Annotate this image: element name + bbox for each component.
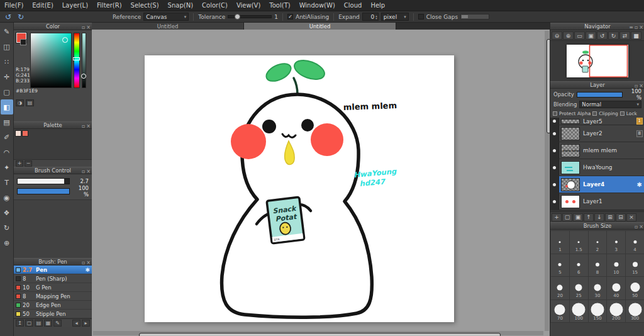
menu-item-color[interactable]: Color(C) [197,0,232,11]
panel-close-button[interactable]: × [86,25,91,30]
layer-row-layer2[interactable]: Layer2 8 [550,125,644,142]
close-gaps-slider-thumb[interactable] [462,15,468,18]
redo-button[interactable]: ↻ [16,12,26,22]
duplicate-layer-button[interactable]: ▢ [562,213,572,221]
delete-color-button[interactable]: − [25,160,32,167]
close-gaps-slider[interactable] [460,14,489,20]
brush-size-option[interactable]: 30 [589,277,607,300]
new-brush-button[interactable]: ▢ [25,320,33,327]
layer-visibility-toggle[interactable] [550,125,559,142]
navigator-preview[interactable] [550,41,644,81]
next-brush-button[interactable]: ▸ [82,320,90,327]
background-color-swatch[interactable] [20,39,26,45]
actual-size-button[interactable]: ▣ [586,31,596,40]
reference-select[interactable]: Canvas ▾ [143,13,189,21]
tool-rotate[interactable]: ↻ [1,220,13,235]
layer-row-layer5[interactable]: Layer5 1 [550,118,644,125]
menu-item-view[interactable]: View(V) [232,0,265,11]
zoom-in-button[interactable]: ⊕ [563,31,574,40]
menu-item-select[interactable]: Select(S) [126,0,164,11]
brush-item-stipple-pen[interactable]: 50 Stipple Pen [14,310,92,318]
brush-size-option[interactable]: 2 [589,231,607,254]
sv-marker[interactable] [62,37,68,43]
tool-fill[interactable]: ◧ [1,99,13,115]
tool-brush[interactable]: ✎ [1,24,13,39]
panel-close-button[interactable]: × [86,123,91,129]
panel-close-button[interactable]: × [86,169,91,174]
undo-button[interactable]: ↺ [3,12,13,22]
brush-item-pen[interactable]: 2.7 Pen ✱ [14,266,92,274]
menu-item-window[interactable]: Window(W) [295,0,340,11]
brush-size-option[interactable]: 5 [551,254,569,277]
layer-visibility-toggle[interactable] [550,176,559,193]
brush-size-option[interactable]: 100 [570,300,588,323]
reset-view-button[interactable]: ■ [631,31,641,40]
menu-item-help[interactable]: Help [366,0,389,11]
palette-swatch[interactable] [15,130,21,137]
layer-row-layer4[interactable]: Layer4 ✱ [550,176,644,193]
merge-layer-button[interactable]: ▣ [573,213,583,221]
layer-visibility-toggle[interactable] [550,193,559,210]
brush-size-option[interactable]: 70 [551,300,569,323]
move-layer-up-button[interactable]: ↑ [584,213,594,221]
tool-text[interactable]: T [1,175,13,190]
add-color-button[interactable]: + [16,160,23,167]
value-marker[interactable] [81,74,86,79]
tool-eyedropper[interactable]: ◉ [1,190,13,205]
color-wheel-toggle[interactable]: ◑ [16,99,24,106]
viewport-rectangle[interactable] [590,45,628,77]
rotate-cw-button[interactable]: ↻ [608,31,619,40]
move-layer-down-button[interactable]: ↓ [594,213,604,221]
brush-item-g-pen[interactable]: 10 G Pen [14,283,92,292]
brush-opacity-slider[interactable] [17,188,70,194]
brush-size-option[interactable]: 4 [626,231,644,254]
expand-input[interactable]: 0 ▴▾ [362,13,379,21]
clipping-checkbox[interactable] [592,111,597,116]
tolerance-slider-knob[interactable] [235,14,240,20]
add-folder-button[interactable]: ⊞ [605,213,615,221]
rotate-ccw-button[interactable]: ↺ [597,31,608,40]
panel-float-button[interactable]: ▫ [82,169,85,174]
antialiasing-checkbox[interactable]: ✓ [287,14,293,20]
expand-unit-select[interactable]: pixel ▾ [381,13,409,21]
brush-size-option[interactable]: 1 [551,231,569,254]
brush-size-option[interactable]: 300 [626,300,644,323]
brush-size-slider[interactable] [17,178,70,184]
brush-folder-button[interactable]: ▤ [35,320,43,327]
document-tab-2[interactable]: Untitled [244,23,396,30]
tool-lasso[interactable]: ◠ [1,145,13,160]
zoom-out-button[interactable]: ⊖ [552,31,562,40]
brush-size-option[interactable]: 8 [589,254,607,277]
panel-float-button[interactable]: ▫ [82,123,85,129]
document-tab-1[interactable]: Untitled [92,23,244,30]
layer-settings-gear-icon[interactable]: ✱ [637,181,642,188]
fit-window-button[interactable]: ▭ [574,31,585,40]
layer-visibility-toggle[interactable] [550,159,559,176]
tool-magic-wand[interactable]: ✦ [1,160,13,175]
menu-item-file[interactable]: File(F) [0,0,28,11]
clear-layer-button[interactable]: ⊟ [616,213,626,221]
panel-float-button[interactable]: ▫ [635,25,638,30]
tool-zoom[interactable]: ⊕ [1,235,13,250]
saturation-value-picker[interactable] [30,33,72,88]
layer-visibility-toggle[interactable] [550,118,559,125]
brush-size-option[interactable]: 150 [589,300,607,323]
prev-brush-button[interactable]: ◂ [72,320,80,327]
tool-hand[interactable]: ❖ [1,205,13,220]
delete-layer-button[interactable]: × [626,213,636,221]
add-brush-button[interactable]: ↥ [16,320,24,327]
flip-button[interactable]: ⇄ [619,31,630,40]
tool-select-pen[interactable]: ✐ [1,130,13,145]
slider-mode-toggle[interactable]: ▤ [26,99,34,106]
horizontal-scrollbar-thumb[interactable] [139,333,501,336]
brush-item-pen-sharp[interactable]: 8 Pen (Sharp) [14,274,92,283]
save-brush-button[interactable]: ▦ [44,320,52,327]
menu-item-layer[interactable]: Layer(L) [58,0,92,11]
layer-row-mlem-mlem[interactable]: mlem mlem mlem mlem [550,142,644,159]
panel-float-button[interactable]: ▫ [82,260,85,266]
panel-menu-button[interactable]: ≡ [629,25,633,30]
menu-item-snap[interactable]: Snap(N) [164,0,197,11]
hue-slider[interactable] [74,33,80,88]
menu-item-filter[interactable]: Filter(R) [92,0,126,11]
panel-close-button[interactable]: × [639,25,643,30]
